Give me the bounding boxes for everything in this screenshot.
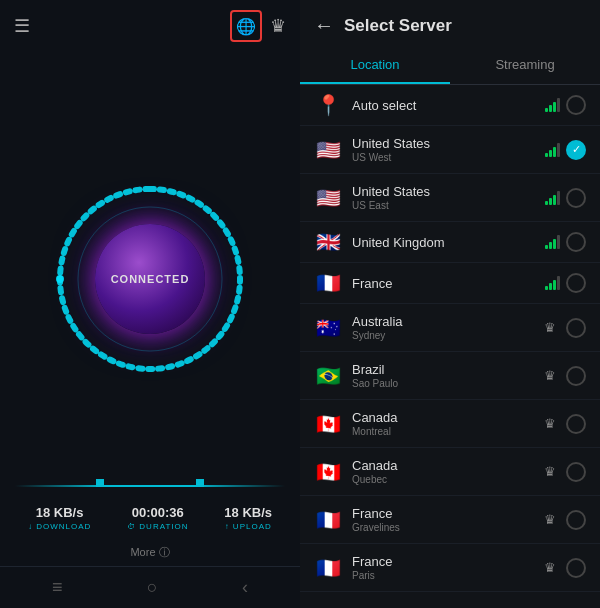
list-item[interactable]: 🇺🇸United StatesUS West	[300, 126, 600, 174]
server-subtitle: Sydney	[352, 330, 544, 341]
server-name: United Kingdom	[352, 235, 545, 250]
bottom-line	[15, 485, 285, 487]
nav-back-icon[interactable]: ‹	[242, 577, 248, 598]
upload-stat: 18 KB/s ↑ UPLOAD	[224, 505, 272, 531]
select-circle[interactable]	[566, 232, 586, 252]
list-item[interactable]: 🇫🇷FranceParis♛	[300, 544, 600, 592]
list-item[interactable]: 🇺🇸United StatesUS East	[300, 174, 600, 222]
server-signal	[545, 235, 560, 249]
vpn-status-area: // Done via SVG transforms in the SVG it…	[50, 72, 250, 485]
menu-icon[interactable]: ☰	[14, 15, 30, 37]
server-flag: 🇧🇷	[314, 366, 342, 386]
server-name: Australia	[352, 314, 544, 329]
list-item[interactable]: 🇨🇦CanadaMontreal♛	[300, 400, 600, 448]
server-name: France	[352, 554, 544, 569]
premium-crown-icon: ♛	[544, 416, 556, 431]
server-subtitle: Quebec	[352, 474, 544, 485]
select-circle[interactable]	[566, 462, 586, 482]
server-info: United StatesUS East	[352, 184, 545, 211]
server-info: FranceGravelines	[352, 506, 544, 533]
signal-bars	[545, 235, 560, 249]
server-name: United States	[352, 136, 545, 151]
server-flag: 🇬🇧	[314, 232, 342, 252]
globe-button[interactable]: 🌐	[230, 10, 262, 42]
server-signal	[545, 191, 560, 205]
crown-icon[interactable]: ♛	[270, 15, 286, 37]
server-subtitle: Montreal	[352, 426, 544, 437]
server-info: CanadaQuebec	[352, 458, 544, 485]
list-item[interactable]: 🇧🇷BrazilSao Paulo♛	[300, 352, 600, 400]
select-circle[interactable]	[566, 558, 586, 578]
right-panel: ← Select Server Location Streaming 📍Auto…	[300, 0, 600, 608]
select-circle[interactable]	[566, 140, 586, 160]
select-circle[interactable]	[566, 95, 586, 115]
left-panel: ☰ 🌐 ♛ // Done via SVG transforms in the …	[0, 0, 300, 608]
tabs-row: Location Streaming	[300, 47, 600, 85]
server-info: United StatesUS West	[352, 136, 545, 163]
download-label: ↓ DOWNLOAD	[28, 522, 91, 531]
server-subtitle: Paris	[352, 570, 544, 581]
server-flag: 🇺🇸	[314, 140, 342, 160]
bottom-nav: ≡ ○ ‹	[0, 566, 300, 608]
list-item[interactable]: 📍Auto select	[300, 85, 600, 126]
download-stat: 18 KB/s ↓ DOWNLOAD	[28, 505, 91, 531]
select-circle[interactable]	[566, 188, 586, 208]
tab-streaming[interactable]: Streaming	[450, 47, 600, 84]
server-signal	[545, 276, 560, 290]
premium-crown-icon: ♛	[544, 464, 556, 479]
duration-value: 00:00:36	[132, 505, 184, 520]
server-signal	[545, 143, 560, 157]
server-info: CanadaMontreal	[352, 410, 544, 437]
premium-crown-icon: ♛	[544, 512, 556, 527]
server-info: United Kingdom	[352, 235, 545, 250]
server-subtitle: US West	[352, 152, 545, 163]
list-item[interactable]: 🇦🇺AustraliaSydney♛	[300, 304, 600, 352]
signal-bars	[545, 276, 560, 290]
list-item[interactable]: 🇫🇷FranceGravelines♛	[300, 496, 600, 544]
server-flag: 🇫🇷	[314, 510, 342, 530]
server-flag: 🇫🇷	[314, 273, 342, 293]
server-info: France	[352, 276, 545, 291]
server-name: Brazil	[352, 362, 544, 377]
server-info: BrazilSao Paulo	[352, 362, 544, 389]
select-circle[interactable]	[566, 510, 586, 530]
server-flag: 📍	[314, 95, 342, 115]
select-circle[interactable]	[566, 366, 586, 386]
server-signal: ♛	[544, 320, 560, 335]
server-flag: 🇫🇷	[314, 558, 342, 578]
server-flag: 🇦🇺	[314, 318, 342, 338]
left-header: ☰ 🌐 ♛	[0, 0, 300, 52]
vpn-inner-circle[interactable]: CONNECTED	[95, 224, 205, 334]
server-list: 📍Auto select🇺🇸United StatesUS West🇺🇸Unit…	[300, 85, 600, 608]
back-button[interactable]: ←	[314, 14, 334, 37]
server-name: Auto select	[352, 98, 545, 113]
nav-home-icon[interactable]: ○	[147, 577, 158, 598]
signal-bars	[545, 143, 560, 157]
nav-menu-icon[interactable]: ≡	[52, 577, 63, 598]
select-circle[interactable]	[566, 414, 586, 434]
select-circle[interactable]	[566, 273, 586, 293]
select-circle[interactable]	[566, 318, 586, 338]
server-signal: ♛	[544, 416, 560, 431]
list-item[interactable]: 🇫🇷France	[300, 263, 600, 304]
server-signal: ♛	[544, 560, 560, 575]
duration-stat: 00:00:36 ⏱ DURATION	[127, 505, 188, 531]
tab-location[interactable]: Location	[300, 47, 450, 84]
server-signal	[545, 98, 560, 112]
vpn-ring[interactable]: // Done via SVG transforms in the SVG it…	[50, 179, 250, 379]
server-flag: 🇨🇦	[314, 462, 342, 482]
premium-crown-icon: ♛	[544, 560, 556, 575]
page-title: Select Server	[344, 16, 452, 36]
server-info: FranceParis	[352, 554, 544, 581]
list-item[interactable]: 🇨🇦CanadaQuebec♛	[300, 448, 600, 496]
signal-bars	[545, 191, 560, 205]
more-button[interactable]: More ⓘ	[124, 539, 175, 566]
server-name: France	[352, 276, 545, 291]
list-item[interactable]: 🇬🇧United Kingdom	[300, 222, 600, 263]
server-signal: ♛	[544, 512, 560, 527]
upload-value: 18 KB/s	[224, 505, 272, 520]
server-flag: 🇺🇸	[314, 188, 342, 208]
download-value: 18 KB/s	[36, 505, 84, 520]
server-name: Canada	[352, 458, 544, 473]
more-label: More ⓘ	[130, 545, 169, 560]
